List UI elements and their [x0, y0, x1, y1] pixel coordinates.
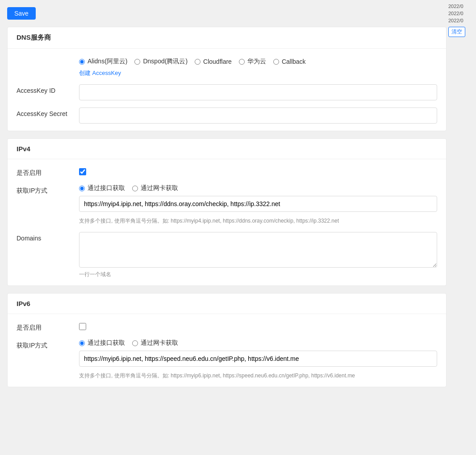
- accesskey-id-input[interactable]: [79, 84, 437, 100]
- dns-radio-alidns[interactable]: [79, 59, 85, 65]
- dns-label-dnspod: Dnspod(腾讯云): [143, 58, 188, 66]
- ipv6-url-input[interactable]: [79, 351, 437, 367]
- dns-option-cloudflare[interactable]: Cloudflare: [195, 58, 232, 65]
- ipv4-domains-hint: 一行一个域名: [79, 271, 437, 278]
- dns-label-alidns: Alidns(阿里云): [88, 58, 127, 66]
- ipv4-radio-nic[interactable]: [132, 186, 138, 191]
- ipv6-radio-group: 通过接口获取 通过网卡获取: [79, 339, 437, 347]
- ipv4-method-interface[interactable]: 通过接口获取: [79, 184, 125, 192]
- accesskey-id-label: AccessKey ID: [17, 84, 79, 94]
- ipv4-method-nic-label: 通过网卡获取: [141, 184, 178, 192]
- ipv6-enable-label: 是否启用: [17, 321, 79, 332]
- ipv6-radio-nic[interactable]: [132, 340, 138, 346]
- ipv4-domains-label: Domains: [17, 232, 79, 242]
- ipv4-method-nic[interactable]: 通过网卡获取: [132, 184, 178, 192]
- ipv6-section-title: IPv6: [8, 294, 446, 314]
- ipv6-method-label: 获取IP方式: [17, 339, 79, 350]
- ipv4-radio-interface[interactable]: [79, 186, 85, 191]
- dns-label-cloudflare: Cloudflare: [203, 58, 232, 65]
- dns-section-title: DNS服务商: [8, 27, 446, 49]
- ipv6-url-hint: 支持多个接口, 使用半角逗号分隔。如: https://myip6.ipip.n…: [79, 372, 437, 380]
- ipv6-enable-checkbox[interactable]: [79, 323, 86, 330]
- ipv4-method-interface-label: 通过接口获取: [88, 184, 125, 192]
- sidebar-date-3: 2022/0: [448, 18, 463, 23]
- sidebar-date-1: 2022/0: [448, 4, 463, 9]
- accesskey-secret-label: AccessKey Secret: [17, 108, 79, 117]
- ipv4-method-container: 通过接口获取 通过网卡获取 支持多个接口, 使用半角逗号分隔。如: https:…: [79, 184, 437, 225]
- ipv6-method-container: 通过接口获取 通过网卡获取 支持多个接口, 使用半角逗号分隔。如: https:…: [79, 339, 437, 380]
- ipv4-url-input[interactable]: [79, 196, 437, 212]
- ipv6-radio-interface[interactable]: [79, 340, 85, 346]
- ipv4-radio-group: 通过接口获取 通过网卡获取: [79, 184, 437, 192]
- ipv4-domains-textarea[interactable]: [79, 232, 437, 268]
- ipv4-enable-checkbox-wrap: [79, 166, 437, 175]
- ipv4-enable-checkbox[interactable]: [79, 168, 86, 175]
- dns-radio-cloudflare[interactable]: [195, 59, 200, 65]
- dns-radio-callback[interactable]: [273, 59, 279, 65]
- accesskey-secret-input[interactable]: [79, 108, 437, 124]
- dns-option-huawei[interactable]: 华为云: [239, 58, 266, 66]
- dns-option-alidns[interactable]: Alidns(阿里云): [79, 58, 127, 66]
- dns-label-callback: Callback: [282, 58, 306, 65]
- ipv4-enable-label: 是否启用: [17, 166, 79, 177]
- dns-radio-group: Alidns(阿里云) Dnspod(腾讯云) Cloudflare: [79, 56, 437, 66]
- ipv6-method-nic[interactable]: 通过网卡获取: [132, 339, 178, 347]
- ipv4-method-label: 获取IP方式: [17, 184, 79, 195]
- ipv4-section: IPv4 是否启用 获取IP方式: [7, 138, 447, 286]
- dns-provider-label: [17, 56, 79, 58]
- ipv4-section-title: IPv4: [8, 139, 446, 159]
- dns-label-huawei: 华为云: [247, 58, 266, 66]
- create-accesskey-link[interactable]: 创建 AccessKey: [79, 69, 121, 77]
- dns-radio-huawei[interactable]: [239, 59, 245, 65]
- ipv6-enable-checkbox-wrap: [79, 321, 437, 330]
- save-button[interactable]: Save: [7, 7, 36, 20]
- ipv6-method-interface[interactable]: 通过接口获取: [79, 339, 125, 347]
- dns-radio-dnspod[interactable]: [134, 59, 140, 65]
- sidebar-date-2: 2022/0: [448, 11, 463, 16]
- dns-section: DNS服务商 Alidns(阿里云) Dnspod(腾讯云): [7, 27, 447, 131]
- clear-button[interactable]: 清空: [448, 27, 465, 37]
- right-sidebar: 2022/0 2022/0 2022/0 清空: [447, 0, 476, 41]
- dns-option-callback[interactable]: Callback: [273, 58, 306, 65]
- ipv6-method-interface-label: 通过接口获取: [88, 339, 125, 347]
- ipv4-url-hint: 支持多个接口, 使用半角逗号分隔。如: https://myip4.ipip.n…: [79, 217, 437, 225]
- ipv6-section: IPv6 是否启用 获取IP方式: [7, 293, 447, 387]
- ipv6-method-nic-label: 通过网卡获取: [141, 339, 178, 347]
- dns-option-dnspod[interactable]: Dnspod(腾讯云): [134, 58, 188, 66]
